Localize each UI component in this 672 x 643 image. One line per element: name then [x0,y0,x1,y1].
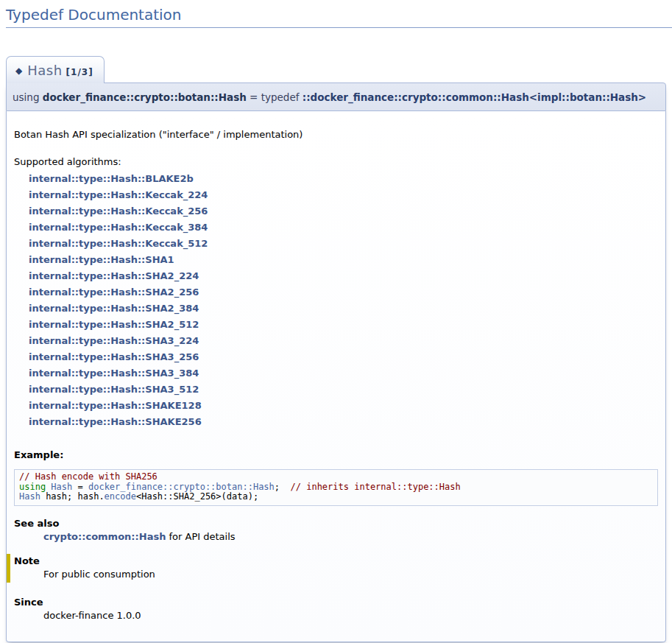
algorithm-list: internal::type::Hash::BLAKE2binternal::t… [29,171,658,430]
algorithm-link[interactable]: internal::type::Hash::SHA2_256 [29,287,199,298]
supported-algorithms-label: Supported algorithms: [14,156,658,167]
algorithm-item: internal::type::Hash::SHA3_256 [29,349,658,365]
member-tab-title: Hash [27,63,62,78]
anchor-diamond-icon[interactable]: ◆ [15,66,22,76]
typedef-name: docker_finance::crypto::botan::Hash [43,91,247,103]
code-block: // Hash encode with SHA256using Hash = d… [14,469,658,506]
member-tab: ◆Hash[1/3] [6,56,105,83]
algorithm-item: internal::type::Hash::Keccak_224 [29,187,658,203]
algorithm-item: internal::type::Hash::Keccak_256 [29,203,658,219]
page-title: Typedef Documentation [6,6,672,28]
see-also-heading: See also [14,518,658,529]
algorithm-link[interactable]: internal::type::Hash::SHA3_224 [29,335,199,346]
algorithm-item: internal::type::Hash::SHAKE128 [29,398,658,414]
see-also-text: for API details [166,531,235,542]
algorithm-link[interactable]: internal::type::Hash::SHA3_256 [29,351,199,362]
algorithm-link[interactable]: internal::type::Hash::SHA2_512 [29,319,199,330]
algorithm-item: internal::type::Hash::Keccak_384 [29,219,658,236]
member-tab-overload: [1/3] [66,67,93,77]
code-line: Hash hash; hash.encode<Hash::SHA2_256>(d… [19,492,653,502]
code-text: // Hash encode with SHA256 [19,471,158,482]
algorithm-link[interactable]: internal::type::Hash::SHA2_224 [29,270,199,281]
example-heading: Example: [14,449,658,460]
code-link[interactable]: encode [105,491,136,502]
typedef-target: ::docker_finance::crypto::common::Hash<i… [303,91,646,103]
member-documentation: Botan Hash API specialization ("interfac… [6,111,666,642]
algorithm-item: internal::type::Hash::SHA2_256 [29,284,658,301]
algorithm-link[interactable]: internal::type::Hash::Keccak_384 [29,222,208,233]
algorithm-link[interactable]: internal::type::Hash::SHAKE128 [29,400,202,411]
see-also-link[interactable]: crypto::common::Hash [43,531,166,542]
algorithm-link[interactable]: internal::type::Hash::BLAKE2b [29,173,194,184]
algorithm-link[interactable]: internal::type::Hash::SHA3_384 [29,368,199,379]
algorithm-link[interactable]: internal::type::Hash::SHA2_384 [29,303,199,314]
note-section: Note For public consumption [7,554,658,583]
algorithm-item: internal::type::Hash::SHAKE256 [29,414,658,430]
see-also-section: See also crypto::common::Hash for API de… [14,518,658,542]
algorithm-item: internal::type::Hash::BLAKE2b [29,171,658,187]
algorithm-item: internal::type::Hash::SHA1 [29,252,658,268]
typedef-documentation-page: Typedef Documentation ◆Hash[1/3] using d… [0,6,672,643]
code-text: // inherits internal::type::Hash [291,482,461,492]
algorithm-link[interactable]: internal::type::Hash::Keccak_224 [29,189,208,200]
algorithm-item: internal::type::Hash::SHA2_384 [29,301,658,317]
code-text: <Hash::SHA2_256>(data); [136,491,258,502]
algorithm-item: internal::type::Hash::SHA3_384 [29,365,658,382]
using-keyword: using [13,91,43,103]
example-section: Example: [14,449,658,460]
code-text: using [19,482,46,492]
algorithm-item: internal::type::Hash::Keccak_512 [29,236,658,252]
member-brief: Botan Hash API specialization ("interfac… [14,129,658,140]
member-prototype: using docker_finance::crypto::botan::Has… [6,82,666,111]
algorithm-item: internal::type::Hash::SHA2_224 [29,268,658,284]
code-line: using Hash = docker_finance::crypto::bot… [19,482,653,493]
algorithm-link[interactable]: internal::type::Hash::SHA3_512 [29,384,199,395]
member-item-hash: ◆Hash[1/3] using docker_finance::crypto:… [6,56,666,642]
algorithm-item: internal::type::Hash::SHA2_512 [29,317,658,333]
algorithm-link[interactable]: internal::type::Hash::SHAKE256 [29,416,202,427]
since-heading: Since [14,597,658,608]
code-line: // Hash encode with SHA256 [19,472,653,482]
code-link[interactable]: Hash [51,482,72,492]
note-text: For public consumption [43,569,658,580]
code-text: ; [275,482,291,492]
algorithm-link[interactable]: internal::type::Hash::Keccak_256 [29,205,208,217]
code-link[interactable]: Hash [19,491,40,502]
algorithm-link[interactable]: internal::type::Hash::SHA1 [29,254,174,265]
since-text: docker-finance 1.0.0 [43,610,658,621]
since-section: Since docker-finance 1.0.0 [14,597,658,621]
equals-typedef: = typedef [247,91,303,103]
code-text: hash; hash. [40,491,105,502]
algorithm-item: internal::type::Hash::SHA3_512 [29,382,658,398]
algorithm-item: internal::type::Hash::SHA3_224 [29,333,658,349]
code-link[interactable]: docker_finance::crypto::botan::Hash [88,482,275,492]
algorithm-link[interactable]: internal::type::Hash::Keccak_512 [29,238,208,249]
see-also-content: crypto::common::Hash for API details [43,531,658,542]
note-heading: Note [14,555,658,566]
code-text: = [72,482,88,492]
